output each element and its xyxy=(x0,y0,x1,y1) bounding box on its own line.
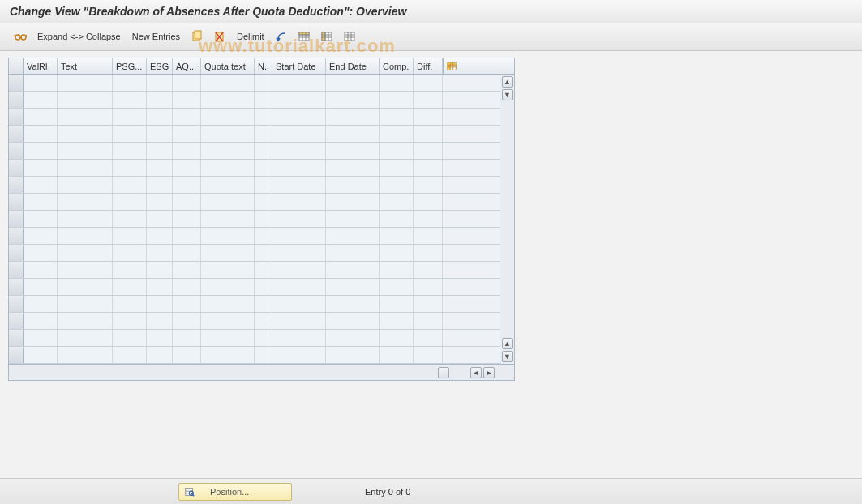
cell[interactable] xyxy=(414,126,443,142)
cell[interactable] xyxy=(173,177,201,193)
row-selector[interactable] xyxy=(9,177,24,193)
delete-icon[interactable] xyxy=(209,28,230,45)
deselect-all-icon[interactable] xyxy=(316,28,337,45)
cell[interactable] xyxy=(113,330,147,346)
cell[interactable] xyxy=(58,313,113,329)
cell[interactable] xyxy=(380,75,414,91)
cell[interactable] xyxy=(201,109,255,125)
cell[interactable] xyxy=(113,177,147,193)
cell[interactable] xyxy=(113,92,147,108)
cell[interactable] xyxy=(201,160,255,176)
cell[interactable] xyxy=(58,92,113,108)
table-row[interactable] xyxy=(9,313,500,330)
cell[interactable] xyxy=(58,211,113,227)
cell[interactable] xyxy=(272,313,326,329)
row-selector[interactable] xyxy=(9,92,24,108)
cell[interactable] xyxy=(380,211,414,227)
cell[interactable] xyxy=(201,75,255,91)
row-selector[interactable] xyxy=(9,160,24,176)
cell[interactable] xyxy=(326,347,380,363)
cell[interactable] xyxy=(380,296,414,312)
cell[interactable] xyxy=(24,279,58,295)
cell[interactable] xyxy=(414,330,443,346)
table-row[interactable] xyxy=(9,160,500,177)
col-header-comp[interactable]: Comp. xyxy=(380,58,414,74)
cell[interactable] xyxy=(414,143,443,159)
cell[interactable] xyxy=(255,313,272,329)
table-settings-icon[interactable] xyxy=(443,58,459,74)
cell[interactable] xyxy=(201,194,255,210)
row-selector[interactable] xyxy=(9,143,24,159)
cell[interactable] xyxy=(58,194,113,210)
cell[interactable] xyxy=(255,194,272,210)
cell[interactable] xyxy=(147,228,173,244)
table-row[interactable] xyxy=(9,245,500,262)
cell[interactable] xyxy=(147,126,173,142)
cell[interactable] xyxy=(272,330,326,346)
cell[interactable] xyxy=(147,109,173,125)
table-row[interactable] xyxy=(9,228,500,245)
cell[interactable] xyxy=(147,143,173,159)
cell[interactable] xyxy=(113,143,147,159)
cell[interactable] xyxy=(24,126,58,142)
cell[interactable] xyxy=(24,228,58,244)
cell[interactable] xyxy=(272,75,326,91)
col-header-aq[interactable]: AQ... xyxy=(173,58,201,74)
cell[interactable] xyxy=(173,75,201,91)
cell[interactable] xyxy=(272,160,326,176)
cell[interactable] xyxy=(24,160,58,176)
cell[interactable] xyxy=(147,296,173,312)
cell[interactable] xyxy=(58,143,113,159)
delimit-button[interactable]: Delimit xyxy=(232,28,269,45)
row-selector[interactable] xyxy=(9,126,24,142)
cell[interactable] xyxy=(201,126,255,142)
cell[interactable] xyxy=(255,211,272,227)
cell[interactable] xyxy=(255,245,272,261)
cell[interactable] xyxy=(255,279,272,295)
scroll-up-icon[interactable]: ▲ xyxy=(502,76,513,88)
row-selector[interactable] xyxy=(9,194,24,210)
cell[interactable] xyxy=(255,347,272,363)
cell[interactable] xyxy=(272,347,326,363)
cell[interactable] xyxy=(255,160,272,176)
row-selector[interactable] xyxy=(9,279,24,295)
table-row[interactable] xyxy=(9,279,500,296)
cell[interactable] xyxy=(173,262,201,278)
cell[interactable] xyxy=(326,279,380,295)
cell[interactable] xyxy=(272,177,326,193)
cell[interactable] xyxy=(58,75,113,91)
cell[interactable] xyxy=(414,245,443,261)
cell[interactable] xyxy=(272,228,326,244)
table-row[interactable] xyxy=(9,177,500,194)
cell[interactable] xyxy=(326,92,380,108)
table-row[interactable] xyxy=(9,211,500,228)
table-row[interactable] xyxy=(9,75,500,92)
cell[interactable] xyxy=(326,109,380,125)
cell[interactable] xyxy=(255,92,272,108)
cell[interactable] xyxy=(380,177,414,193)
table-row[interactable] xyxy=(9,109,500,126)
scroll-up-bottom-icon[interactable]: ▲ xyxy=(502,338,513,349)
cell[interactable] xyxy=(58,262,113,278)
cell[interactable] xyxy=(24,177,58,193)
cell[interactable] xyxy=(24,347,58,363)
new-entries-button[interactable]: New Entries xyxy=(127,28,185,45)
col-header-end[interactable]: End Date xyxy=(326,58,380,74)
row-selector[interactable] xyxy=(9,75,24,91)
cell[interactable] xyxy=(380,92,414,108)
cell[interactable] xyxy=(380,245,414,261)
cell[interactable] xyxy=(414,109,443,125)
cell[interactable] xyxy=(414,279,443,295)
cell[interactable] xyxy=(173,347,201,363)
cell[interactable] xyxy=(414,347,443,363)
cell[interactable] xyxy=(113,109,147,125)
cell[interactable] xyxy=(173,296,201,312)
vertical-scrollbar[interactable]: ▲ ▼ ▲ ▼ xyxy=(500,75,514,364)
cell[interactable] xyxy=(24,109,58,125)
cell[interactable] xyxy=(147,160,173,176)
cell[interactable] xyxy=(147,194,173,210)
cell[interactable] xyxy=(201,313,255,329)
cell[interactable] xyxy=(414,92,443,108)
cell[interactable] xyxy=(173,330,201,346)
col-header-n[interactable]: N.. xyxy=(255,58,272,74)
